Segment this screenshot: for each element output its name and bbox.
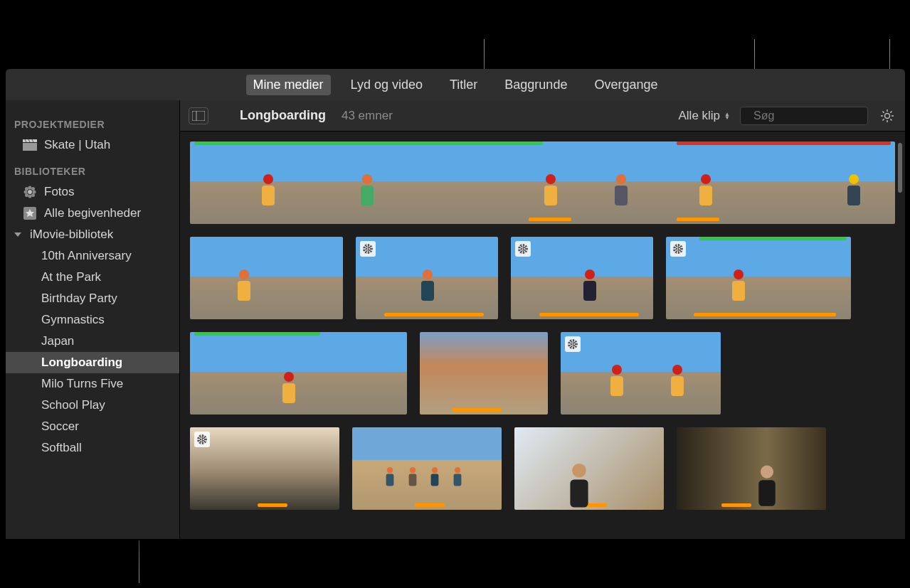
clip-thumbnail[interactable] (666, 237, 851, 319)
loading-spinner-icon (565, 336, 581, 352)
used-marker (694, 313, 836, 316)
libraries-sidebar: PROJEKTMEDIER Skate | Utah BIBLIOTEKER F… (6, 100, 180, 539)
svg-point-20 (885, 113, 890, 118)
browser-toolbar: Longboarding 43 emner Alle klip ▲▼ (180, 100, 905, 132)
settings-button[interactable] (878, 107, 896, 125)
sidebar-event[interactable]: Milo Turns Five (6, 373, 179, 395)
imovie-window: Mine medier Lyd og video Titler Baggrund… (6, 69, 905, 539)
sidebar-event[interactable]: 10th Anniversary (6, 245, 179, 267)
sidebar-event[interactable]: Softball (6, 437, 179, 459)
svg-point-7 (28, 195, 32, 198)
sidebar-event-label: School Play (41, 398, 105, 412)
sidebar-event-label: At the Park (41, 270, 101, 284)
search-input[interactable] (753, 109, 896, 122)
svg-point-8 (24, 191, 28, 194)
sidebar-event[interactable]: At the Park (6, 267, 179, 288)
toggle-sidebar-button[interactable] (189, 107, 208, 124)
svg-point-9 (33, 191, 36, 194)
clip-thumbnail[interactable] (420, 332, 548, 415)
favorite-marker (699, 237, 847, 240)
sidebar-event-label: 10th Anniversary (41, 249, 132, 263)
sidebar-event-label: Birthday Party (41, 292, 117, 306)
sidebar-event-label: Japan (41, 334, 74, 348)
sidebar-event[interactable]: Soccer (6, 416, 179, 437)
svg-line-25 (883, 111, 884, 112)
project-name-label: Skate | Utah (44, 138, 110, 152)
disclosure-triangle-icon[interactable] (14, 232, 21, 237)
sidebar-item-all-events[interactable]: Alle begivenheder (6, 203, 179, 224)
sidebar-icon (192, 111, 205, 121)
search-field[interactable] (740, 107, 868, 125)
clip-thumbnail[interactable] (514, 427, 664, 510)
svg-point-11 (31, 187, 35, 191)
sidebar-event[interactable]: Japan (6, 331, 179, 352)
section-project-media: PROJEKTMEDIER (6, 109, 179, 134)
clip-filmstrip[interactable] (190, 141, 895, 224)
clip-thumbnail[interactable] (190, 427, 339, 510)
svg-point-13 (31, 193, 35, 197)
browser-pane: Longboarding 43 emner Alle klip ▲▼ (180, 100, 905, 539)
used-marker (384, 313, 484, 316)
tab-audio-video[interactable]: Lyd og video (344, 75, 430, 95)
clip-thumbnail[interactable] (352, 427, 502, 510)
used-marker (677, 218, 719, 221)
svg-point-6 (28, 186, 32, 190)
sidebar-event-label: Longboarding (41, 356, 122, 370)
loading-spinner-icon (670, 241, 686, 257)
loading-spinner-icon (194, 432, 210, 447)
clip-thumbnail[interactable] (677, 427, 826, 510)
tab-backgrounds[interactable]: Baggrunde (497, 75, 574, 95)
sidebar-item-photos[interactable]: Fotos (6, 181, 179, 203)
tab-my-media[interactable]: Mine medier (246, 75, 331, 95)
event-title: Longboarding (240, 108, 326, 123)
sidebar-event-selected[interactable]: Longboarding (6, 352, 179, 373)
loading-spinner-icon (515, 241, 531, 257)
sidebar-event[interactable]: Birthday Party (6, 288, 179, 309)
flower-icon (23, 185, 37, 199)
used-marker (539, 313, 639, 316)
section-libraries: BIBLIOTEKER (6, 156, 179, 181)
sidebar-event-label: Soccer (41, 419, 79, 434)
svg-point-5 (28, 190, 32, 194)
sidebar-item-label: Fotos (44, 185, 75, 199)
sidebar-event-label: Milo Turns Five (41, 377, 123, 391)
used-marker (452, 408, 502, 412)
used-marker (258, 503, 287, 507)
favorite-marker (194, 141, 543, 145)
used-marker (529, 218, 571, 221)
clip-browser[interactable] (180, 132, 905, 539)
sidebar-item-label: iMovie-bibliotek (30, 228, 113, 242)
sidebar-event[interactable]: Gymnastics (6, 309, 179, 331)
loading-spinner-icon (360, 241, 376, 257)
clip-thumbnail[interactable] (561, 332, 721, 415)
tab-titles[interactable]: Titler (443, 75, 485, 95)
clip-thumbnail[interactable] (356, 237, 498, 319)
favorite-marker (194, 332, 320, 336)
reject-marker (677, 141, 891, 145)
star-box-icon (23, 206, 37, 220)
svg-line-28 (890, 111, 892, 112)
svg-rect-0 (23, 143, 37, 151)
stepper-icon: ▲▼ (724, 112, 730, 119)
sidebar-event-label: Softball (41, 441, 82, 455)
callout-line (139, 540, 139, 583)
svg-line-27 (883, 119, 884, 120)
item-count: 43 emner (342, 109, 393, 123)
sidebar-item-label: Alle begivenheder (44, 206, 141, 220)
clip-thumbnail[interactable] (511, 237, 653, 319)
media-tab-bar: Mine medier Lyd og video Titler Baggrund… (6, 69, 905, 100)
scrollbar-thumb[interactable] (898, 143, 902, 193)
tab-transitions[interactable]: Overgange (587, 75, 665, 95)
sidebar-event[interactable]: School Play (6, 395, 179, 416)
sidebar-event-label: Gymnastics (41, 313, 105, 327)
clip-filter-dropdown[interactable]: Alle klip ▲▼ (678, 109, 730, 123)
svg-point-12 (25, 193, 28, 197)
svg-point-10 (25, 187, 28, 191)
clip-thumbnail[interactable] (190, 332, 407, 415)
project-media-item[interactable]: Skate | Utah (6, 134, 179, 156)
clip-thumbnail[interactable] (190, 237, 343, 319)
sidebar-item-imovie-library[interactable]: iMovie-bibliotek (6, 224, 179, 245)
svg-line-26 (890, 119, 892, 120)
clapperboard-icon (23, 138, 37, 152)
svg-rect-16 (192, 111, 205, 121)
